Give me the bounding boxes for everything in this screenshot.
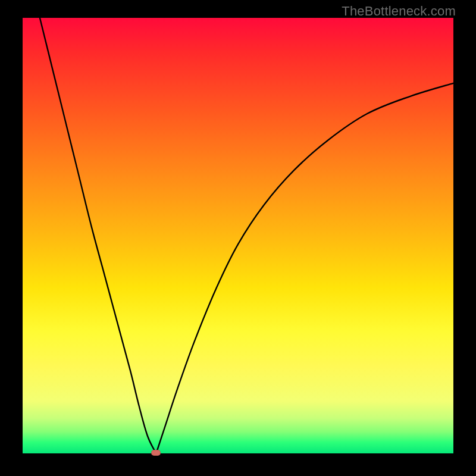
chart-stage: TheBottleneck.com (0, 0, 476, 476)
curve-right-branch (156, 83, 453, 453)
watermark-text: TheBottleneck.com (342, 4, 456, 19)
minimum-marker (151, 450, 161, 456)
plot-area (23, 18, 453, 453)
bottleneck-curve (23, 18, 453, 453)
curve-left-branch (40, 18, 156, 453)
